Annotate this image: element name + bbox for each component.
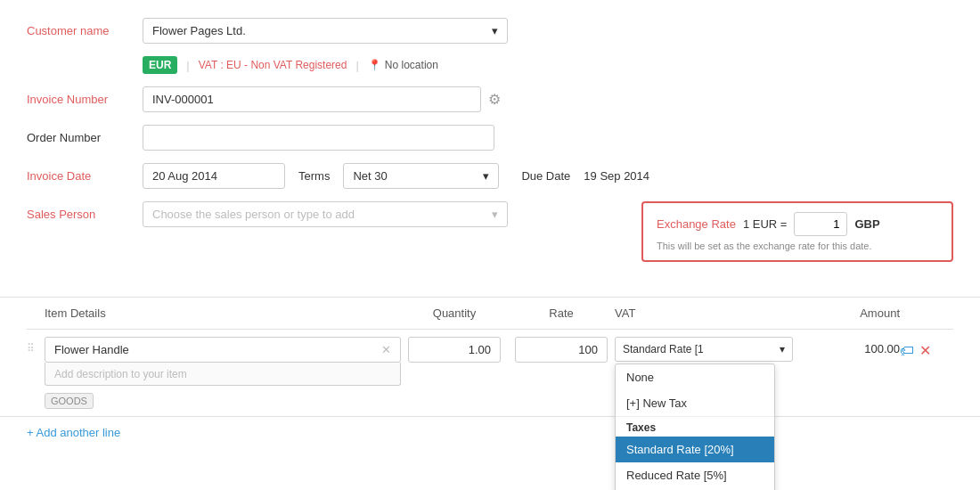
location-text: No location (385, 59, 438, 71)
location-badge: 📍 No location (368, 59, 438, 71)
rate-cell (508, 337, 615, 363)
row-actions: 🏷 ✕ (900, 337, 953, 359)
vat-option-none[interactable]: None (616, 364, 774, 390)
col-amount-header: Amount (793, 306, 900, 320)
amount-value: 100.00 (793, 337, 900, 355)
order-number-input[interactable] (143, 125, 494, 151)
vat-badge: VAT : EU - Non VAT Registered (199, 59, 347, 71)
item-description[interactable]: Add description to your item (54, 368, 187, 380)
sales-exchange-row: Sales Person Choose the sales person or … (27, 201, 953, 262)
tag-icon[interactable]: 🏷 (900, 343, 914, 359)
vat-select-button[interactable]: Standard Rate [1 ▾ (615, 337, 793, 362)
col-qty-header: Quantity (401, 306, 508, 320)
invoice-number-input[interactable] (143, 86, 481, 112)
col-vat-header: VAT (615, 306, 793, 320)
chevron-down-icon3: ▾ (492, 208, 498, 221)
badges-row: EUR | VAT : EU - Non VAT Registered | 📍 … (143, 56, 953, 74)
sales-person-select[interactable]: Choose the sales person or type to add ▾ (143, 201, 508, 227)
vat-selected-value: Standard Rate [1 (623, 343, 704, 355)
sales-person-label: Sales Person (27, 208, 143, 221)
sales-left: Sales Person Choose the sales person or … (27, 201, 508, 227)
divider: | (186, 59, 189, 72)
delete-icon[interactable]: ✕ (919, 342, 931, 359)
terms-value: Net 30 (353, 169, 387, 183)
item-clear-icon[interactable]: ✕ (381, 343, 391, 356)
gear-button[interactable]: ⚙ (488, 91, 501, 108)
customer-label: Customer name (27, 24, 143, 37)
vat-cell: Standard Rate [1 ▾ None [+] New Tax Taxe… (615, 337, 793, 362)
invoice-number-label: Invoice Number (27, 93, 143, 106)
exchange-equals: 1 EUR = (743, 217, 788, 231)
qty-cell (401, 337, 508, 363)
vat-option-standard[interactable]: Standard Rate [20%] (616, 437, 774, 462)
goods-badge: GOODS (45, 393, 94, 409)
invoice-date-input[interactable] (143, 163, 285, 189)
order-number-row: Order Number (27, 125, 953, 151)
chevron-down-icon: ▾ (492, 24, 498, 37)
currency-badge: EUR (143, 56, 177, 74)
sales-person-placeholder: Choose the sales person or type to add (152, 208, 355, 221)
item-input-field[interactable]: Flower Handle ✕ (45, 337, 401, 363)
exchange-rate-label: Exchange Rate (657, 217, 736, 231)
table-header: Item Details Quantity Rate VAT Amount (27, 298, 953, 330)
invoice-number-row: Invoice Number ⚙ (27, 86, 953, 112)
customer-value: Flower Pages Ltd. (152, 24, 246, 37)
terms-label: Terms (298, 169, 330, 183)
table-row: ⠿ Flower Handle ✕ Add description to you… (27, 330, 953, 416)
drag-handle[interactable]: ⠿ (27, 337, 45, 355)
item-input-container: Flower Handle ✕ Add description to your … (45, 337, 401, 409)
chevron-down-icon4: ▾ (780, 343, 785, 355)
exchange-rate-box: Exchange Rate 1 EUR = GBP This will be s… (641, 201, 953, 262)
vat-option-new-tax[interactable]: [+] New Tax (616, 390, 774, 416)
customer-row: Customer name Flower Pages Ltd. ▾ (27, 18, 953, 44)
form-container: Customer name Flower Pages Ltd. ▾ EUR | … (0, 0, 980, 292)
exchange-rate-input[interactable] (794, 212, 847, 236)
invoice-date-label: Invoice Date (27, 169, 143, 183)
order-number-label: Order Number (27, 131, 143, 144)
col-item-header: Item Details (45, 306, 401, 320)
date-row-inner: Terms Net 30 ▾ Due Date 19 Sep 2014 (143, 163, 649, 189)
invoice-row-inner: ⚙ (143, 86, 501, 112)
table-section: Item Details Quantity Rate VAT Amount ⠿ … (0, 297, 980, 416)
terms-select[interactable]: Net 30 ▾ (343, 163, 499, 189)
col-rate-header: Rate (508, 306, 615, 320)
item-name-value: Flower Handle (54, 343, 129, 356)
vat-dropdown-menu: None [+] New Tax Taxes Standard Rate [20… (615, 363, 775, 490)
divider2: | (355, 59, 358, 72)
date-terms-row: Invoice Date Terms Net 30 ▾ Due Date 19 … (27, 163, 953, 189)
add-line-container: + Add another line (0, 416, 980, 448)
exchange-rate-inner: Exchange Rate 1 EUR = GBP (657, 212, 938, 236)
vat-section-taxes: Taxes (616, 417, 774, 437)
exchange-currency: GBP (854, 217, 879, 231)
rate-input[interactable] (515, 337, 608, 363)
exchange-rate-note: This will be set as the exchange rate fo… (657, 241, 938, 251)
due-date-label: Due Date (521, 169, 570, 183)
quantity-input[interactable] (408, 337, 501, 363)
location-icon: 📍 (368, 59, 381, 71)
vat-option-reduced[interactable]: Reduced Rate [5%] (616, 462, 774, 488)
customer-select[interactable]: Flower Pages Ltd. ▾ (143, 18, 508, 44)
due-date-value: 19 Sep 2014 (584, 169, 649, 183)
chevron-down-icon2: ▾ (483, 169, 489, 183)
add-line-button[interactable]: + Add another line (27, 426, 120, 439)
